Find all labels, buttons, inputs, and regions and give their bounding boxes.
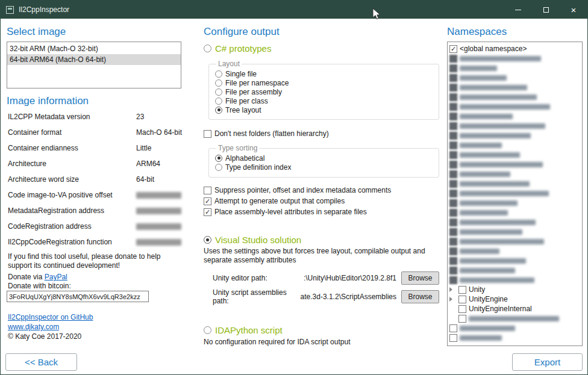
- namespace-row[interactable]: [448, 121, 582, 131]
- namespace-row[interactable]: UnityEngineInternal: [448, 304, 582, 314]
- maximize-button[interactable]: [532, 1, 560, 19]
- paypal-link[interactable]: PayPal: [45, 273, 67, 281]
- namespace-row[interactable]: [448, 314, 582, 323]
- expander-icon[interactable]: [449, 315, 456, 322]
- namespace-row[interactable]: [448, 333, 582, 342]
- type-sorting-option[interactable]: Alphabetical: [215, 153, 434, 163]
- type-sorting-option-radio[interactable]: [215, 155, 222, 162]
- output-option-row[interactable]: Place assembly-level attributes in separ…: [204, 206, 391, 217]
- namespace-row[interactable]: [448, 73, 582, 82]
- namespace-row[interactable]: [448, 150, 582, 160]
- namespace-checkbox[interactable]: [449, 199, 457, 207]
- namespace-checkbox[interactable]: [449, 132, 457, 140]
- output-option-checkbox[interactable]: [204, 208, 211, 216]
- namespace-row[interactable]: [448, 82, 582, 92]
- namespace-checkbox[interactable]: [449, 74, 457, 82]
- namespace-checkbox[interactable]: [449, 247, 457, 255]
- idapython-script-option[interactable]: IDAPython script: [204, 324, 283, 335]
- namespace-row[interactable]: [448, 237, 582, 246]
- back-button[interactable]: << Back: [5, 353, 77, 371]
- namespace-checkbox[interactable]: [449, 55, 457, 63]
- idapython-script-radio[interactable]: [204, 326, 211, 334]
- namespace-row[interactable]: [448, 102, 582, 111]
- flatten-hierarchy-option[interactable]: Don't nest folders (flatten hierarchy): [204, 128, 329, 139]
- namespace-checkbox[interactable]: [458, 286, 466, 294]
- namespace-row[interactable]: [448, 227, 582, 237]
- visual-studio-solution-radio[interactable]: [204, 236, 211, 244]
- namespace-row[interactable]: [448, 323, 582, 333]
- layout-option-radio[interactable]: [215, 70, 222, 78]
- namespaces-list[interactable]: <global namespace>: [447, 42, 583, 346]
- namespace-checkbox[interactable]: [449, 209, 457, 217]
- export-button[interactable]: Export: [512, 353, 583, 371]
- namespace-checkbox[interactable]: [449, 218, 457, 226]
- namespace-checkbox[interactable]: [449, 324, 457, 332]
- csharp-prototypes-radio[interactable]: [204, 45, 211, 52]
- layout-option[interactable]: File per namespace: [215, 78, 434, 87]
- namespace-checkbox[interactable]: [449, 151, 457, 159]
- type-sorting-option-radio[interactable]: [215, 164, 222, 171]
- visual-studio-solution-option[interactable]: Visual Studio solution: [204, 234, 301, 245]
- namespace-row[interactable]: [448, 217, 582, 227]
- bitcoin-address-input[interactable]: [7, 291, 149, 302]
- namespace-row[interactable]: [448, 131, 582, 140]
- layout-option[interactable]: Tree layout: [215, 105, 434, 114]
- namespace-checkbox[interactable]: [449, 334, 457, 342]
- namespace-row[interactable]: [448, 111, 582, 121]
- namespace-checkbox[interactable]: [458, 305, 466, 313]
- namespace-checkbox[interactable]: [449, 170, 457, 178]
- namespace-row[interactable]: [448, 256, 582, 265]
- layout-option-radio[interactable]: [215, 79, 222, 87]
- output-option-checkbox[interactable]: [204, 197, 211, 205]
- namespace-row[interactable]: [448, 208, 582, 217]
- namespace-row[interactable]: [448, 63, 582, 73]
- type-sorting-option[interactable]: Type definition index: [215, 163, 434, 172]
- namespace-row[interactable]: <global namespace>: [448, 44, 582, 54]
- image-list[interactable]: 32-bit ARM (Mach-O 32-bit)64-bit ARM64 (…: [7, 42, 181, 88]
- namespace-row[interactable]: [448, 275, 582, 285]
- browse-unity-editor-button[interactable]: Browse: [401, 271, 439, 285]
- namespace-checkbox[interactable]: [449, 190, 457, 197]
- expander-icon[interactable]: [449, 296, 456, 303]
- namespace-checkbox[interactable]: [449, 276, 457, 284]
- expander-icon[interactable]: [449, 287, 456, 293]
- namespace-checkbox[interactable]: [449, 161, 457, 169]
- namespace-row[interactable]: Unity: [448, 285, 582, 294]
- layout-option[interactable]: File per assembly: [215, 87, 434, 96]
- browse-script-assemblies-button[interactable]: Browse: [401, 290, 439, 303]
- layout-option-radio[interactable]: [215, 107, 222, 114]
- namespace-row[interactable]: [448, 92, 582, 102]
- minimize-button[interactable]: [504, 1, 532, 19]
- namespace-checkbox[interactable]: [449, 64, 457, 72]
- output-option-row[interactable]: Attempt to generate output that compiles: [204, 196, 391, 206]
- namespace-row[interactable]: [448, 160, 582, 169]
- namespace-row[interactable]: UnityEngine: [448, 294, 582, 304]
- image-option[interactable]: 64-bit ARM64 (Mach-O 64-bit): [7, 54, 181, 65]
- website-link[interactable]: www.djkaty.com: [8, 323, 59, 331]
- namespace-checkbox[interactable]: [449, 122, 457, 130]
- namespace-checkbox[interactable]: [449, 228, 457, 236]
- namespace-checkbox[interactable]: [458, 315, 466, 323]
- image-option[interactable]: 32-bit ARM (Mach-O 32-bit): [7, 43, 181, 54]
- namespace-checkbox[interactable]: [449, 84, 457, 91]
- namespace-row[interactable]: [448, 265, 582, 275]
- layout-option[interactable]: Single file: [215, 69, 434, 78]
- output-option-row[interactable]: Suppress pointer, offset and index metad…: [204, 185, 391, 196]
- output-option-checkbox[interactable]: [204, 187, 211, 194]
- namespace-checkbox[interactable]: [449, 113, 457, 120]
- expander-icon[interactable]: [449, 306, 456, 312]
- csharp-prototypes-option[interactable]: C# prototypes: [204, 43, 271, 54]
- namespace-checkbox[interactable]: [458, 296, 466, 303]
- close-button[interactable]: ×: [560, 1, 587, 19]
- layout-option[interactable]: File per class: [215, 96, 434, 105]
- namespace-row[interactable]: [448, 54, 582, 63]
- namespace-checkbox[interactable]: [449, 180, 457, 188]
- namespace-row[interactable]: [448, 198, 582, 208]
- namespace-checkbox[interactable]: [449, 93, 457, 101]
- layout-option-radio[interactable]: [215, 98, 222, 105]
- namespace-checkbox[interactable]: [449, 141, 457, 149]
- namespace-checkbox[interactable]: [449, 257, 457, 265]
- namespace-checkbox[interactable]: [449, 267, 457, 274]
- namespace-checkbox[interactable]: [449, 45, 457, 53]
- layout-option-radio[interactable]: [215, 88, 222, 96]
